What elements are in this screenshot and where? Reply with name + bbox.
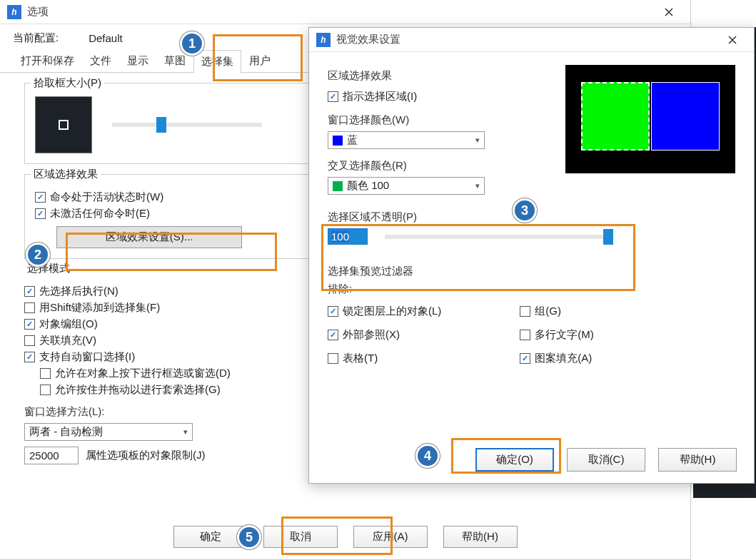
visual-cancel-button[interactable]: 取消(C)	[567, 448, 645, 472]
xref-checkbox[interactable]: 外部参照(X)	[328, 328, 441, 342]
visual-button-row: 确定(O) 取消(C) 帮助(H)	[309, 437, 754, 483]
cross-color-label: 交叉选择颜色(R)	[328, 159, 553, 173]
indicate-checkbox[interactable]: 指示选择区域(I)	[328, 90, 553, 103]
preview-crossing-rect	[581, 82, 650, 151]
pickbox-preview	[35, 96, 92, 153]
visual-help-button[interactable]: 帮助(H)	[658, 448, 737, 472]
options-apply-button[interactable]: 应用(A)	[353, 526, 428, 548]
options-cancel-button[interactable]: 取消	[263, 526, 338, 548]
object-limit-input[interactable]	[24, 447, 79, 464]
mtext-label: 多行文字(M)	[535, 328, 594, 342]
options-ok-button[interactable]: 确定	[173, 526, 248, 548]
exclude-label: 排除:	[328, 282, 735, 296]
cross-color-value: 颜色 100	[347, 179, 389, 193]
opacity-value: 100	[331, 230, 349, 243]
visual-left-col: 区域选择效果 指示选择区域(I) 窗口选择颜色(W) 蓝 ▾ 交叉选择颜色(R)…	[328, 65, 553, 195]
allow-drag-label: 允许按住并拖动以进行套索选择(G)	[55, 383, 221, 397]
locked-label: 锁定图层上的对象(L)	[343, 305, 441, 318]
select-mode-label: 选择模式	[24, 262, 73, 275]
hatch-label: 图案填充(A)	[535, 352, 592, 365]
pickbox-slider[interactable]	[112, 123, 262, 127]
table-label: 表格(T)	[343, 352, 378, 365]
preview-window-rect	[651, 82, 720, 151]
allow-press-label: 允许在对象上按下进行框选或窗选(D)	[55, 367, 231, 380]
shift-add-label: 用Shift键添加到选择集(F)	[39, 301, 160, 315]
options-button-row: 确定 取消 应用(A) 帮助(H)	[0, 514, 690, 559]
window-color-select[interactable]: 蓝 ▾	[328, 131, 485, 149]
area-group-label: 区域选择效果	[328, 69, 553, 83]
chevron-down-icon: ▾	[183, 427, 188, 437]
tab-user[interactable]: 用户	[241, 49, 278, 72]
opacity-slider[interactable]	[385, 235, 613, 239]
selection-preview	[565, 65, 735, 173]
no-cmd-label: 未激活任何命令时(E)	[50, 207, 150, 220]
config-value: Default	[89, 32, 123, 44]
mtext-checkbox[interactable]: 多行文字(M)	[520, 328, 594, 342]
options-close-button[interactable]	[655, 1, 683, 23]
window-method-value: 两者 - 自动检测	[29, 425, 103, 439]
visual-ok-button[interactable]: 确定(O)	[475, 448, 554, 472]
group-label: 组(G)	[535, 305, 561, 318]
visual-titlebar: h 视觉效果设置	[309, 28, 754, 52]
filter-group-label: 选择集预览过滤器	[328, 265, 735, 278]
hatch-checkbox[interactable]: 图案填充(A)	[520, 352, 594, 365]
color-swatch-blue-icon	[333, 136, 343, 146]
pickbox-label: 拾取框大小(P)	[31, 76, 104, 90]
opacity-input[interactable]: 100	[328, 228, 368, 245]
color-swatch-green-icon	[333, 181, 343, 191]
tab-display[interactable]: 显示	[119, 49, 156, 72]
tab-selection[interactable]: 选择集	[193, 50, 241, 73]
chevron-down-icon: ▾	[475, 136, 480, 145]
assoc-fill-label: 关联填充(V)	[39, 334, 96, 347]
table-checkbox[interactable]: 表格(T)	[328, 352, 441, 365]
visual-close-button[interactable]	[718, 29, 747, 51]
options-help-button[interactable]: 帮助(H)	[443, 526, 518, 548]
tab-draft[interactable]: 草图	[156, 49, 193, 72]
options-title: 选项	[27, 5, 655, 19]
tab-file[interactable]: 文件	[82, 49, 119, 72]
cmd-active-label: 命令处于活动状态时(W)	[50, 190, 163, 204]
pre-select-label: 先选择后执行(N)	[39, 285, 119, 298]
xref-label: 外部参照(X)	[343, 328, 400, 342]
locked-checkbox[interactable]: 锁定图层上的对象(L)	[328, 305, 441, 318]
indicate-label: 指示选择区域(I)	[343, 90, 417, 103]
window-method-select[interactable]: 两者 - 自动检测▾	[24, 423, 193, 441]
config-label: 当前配置:	[13, 31, 59, 45]
area-settings-button[interactable]: 区域效果设置(S)...	[56, 226, 242, 248]
window-color-label: 窗口选择颜色(W)	[328, 113, 553, 127]
auto-window-label: 支持自动窗口选择(I)	[39, 350, 135, 364]
window-color-value: 蓝	[347, 133, 358, 147]
app-logo-icon: h	[7, 5, 21, 19]
opacity-label: 选择区域不透明(P)	[328, 210, 735, 224]
tab-open-save[interactable]: 打开和保存	[13, 49, 82, 72]
visual-body: 区域选择效果 指示选择区域(I) 窗口选择颜色(W) 蓝 ▾ 交叉选择颜色(R)…	[309, 52, 754, 381]
visual-title: 视觉效果设置	[336, 33, 718, 46]
options-titlebar: h 选项	[0, 0, 690, 24]
object-limit-label: 属性选项板的对象限制(J)	[86, 449, 206, 462]
visual-effects-window: h 视觉效果设置 区域选择效果 指示选择区域(I) 窗口选择颜色(W) 蓝 ▾ …	[308, 27, 755, 484]
chevron-down-icon: ▾	[475, 181, 480, 190]
group-checkbox[interactable]: 组(G)	[520, 305, 594, 318]
area-effect-label: 区域选择效果	[31, 168, 101, 181]
cross-color-select[interactable]: 颜色 100 ▾	[328, 177, 485, 195]
obj-group-label: 对象编组(O)	[39, 317, 98, 331]
app-logo-icon: h	[316, 33, 331, 47]
